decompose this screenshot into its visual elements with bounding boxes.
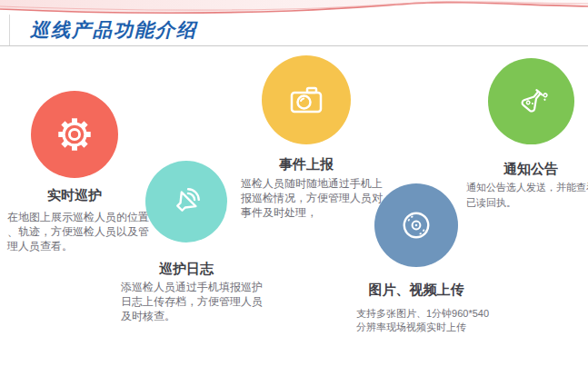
slide: 巡线产品功能介绍 实时巡护 在地图上展示巡检人员的位置 、轨迹，方便巡检人员以及…: [0, 0, 588, 376]
feature-title-notice: 通知公告: [458, 161, 588, 178]
feature-desc-event-report: 巡检人员随时随地通过手机上 报巡检情况，方便管理人员对 事件及时处理，: [241, 176, 383, 220]
disc-icon: [396, 205, 436, 245]
realtime-patrol-circle: [31, 91, 118, 178]
patrol-log-circle: [145, 161, 227, 242]
notice-circle: [488, 58, 574, 144]
event-report-circle: [262, 55, 351, 144]
megaphone-icon: [166, 182, 206, 222]
feature-desc-patrol-log: 添巡检人员通过手机填报巡护 日志上传存档，方便管理人员 及时核查。: [121, 280, 263, 323]
feature-title-patrol-log: 巡护日志: [114, 261, 259, 278]
feature-desc-notice: 通知公告选人发送，并能查看 已读回执。: [466, 180, 588, 211]
page-title: 巡线产品功能介绍: [30, 17, 197, 43]
feature-title-realtime-patrol: 实时巡护: [2, 187, 147, 204]
flask-icon: [512, 82, 552, 122]
media-upload-circle: [374, 183, 458, 267]
gear-icon: [54, 114, 95, 155]
feature-desc-realtime-patrol: 在地图上展示巡检人员的位置 、轨迹，方便巡检人员以及管 理人员查看。: [7, 210, 149, 253]
title-left-accent: [9, 15, 10, 45]
feature-desc-media-upload: 支持多张图片、1分钟960*540 分辨率现场视频实时上传: [356, 307, 489, 334]
feature-title-event-report: 事件上报: [234, 156, 379, 173]
camera-icon: [284, 78, 328, 122]
feature-title-media-upload: 图片、视频上传: [344, 282, 489, 299]
title-divider: [0, 45, 588, 46]
